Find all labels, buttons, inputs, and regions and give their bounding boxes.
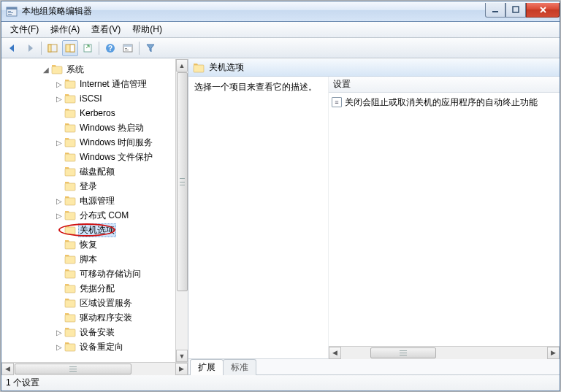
svg-rect-32 xyxy=(65,271,75,278)
svg-rect-34 xyxy=(65,300,75,307)
menu-file[interactable]: 文件(F) xyxy=(4,22,45,37)
policy-icon: ≡ xyxy=(332,97,342,107)
folder-icon xyxy=(64,196,76,206)
tree-node[interactable]: ▷分布式 COM xyxy=(1,208,188,223)
maximize-button[interactable] xyxy=(505,3,526,18)
svg-rect-24 xyxy=(65,154,75,161)
tree-node[interactable]: 可移动存储访问 xyxy=(1,266,188,281)
scroll-right-icon[interactable]: ▶ xyxy=(175,363,188,375)
expand-icon[interactable]: ▷ xyxy=(54,197,64,205)
scroll-left-icon[interactable]: ◀ xyxy=(329,347,341,359)
forward-button[interactable] xyxy=(22,40,38,56)
tree-label: Windows 文件保护 xyxy=(78,150,154,164)
menu-help[interactable]: 帮助(H) xyxy=(126,22,168,37)
tree-node[interactable]: ▷设备安装 xyxy=(1,325,188,339)
scroll-left-icon[interactable]: ◀ xyxy=(1,363,14,375)
tree-node[interactable]: ▷Windows 时间服务 xyxy=(1,135,188,150)
list-view-button[interactable] xyxy=(62,40,78,56)
tree-label: 设备安装 xyxy=(78,326,116,339)
tree-node[interactable]: ▷电源管理 xyxy=(1,193,188,208)
tree-label: 电源管理 xyxy=(78,194,116,208)
back-button[interactable] xyxy=(4,40,20,56)
tree-node-root[interactable]: ◢系统 xyxy=(1,62,188,77)
separator xyxy=(139,42,140,55)
scroll-up-icon[interactable]: ▲ xyxy=(176,59,188,72)
svg-rect-4 xyxy=(8,14,12,15)
tree-node[interactable]: 区域设置服务 xyxy=(1,296,188,310)
tree-node[interactable]: ▷iSCSI xyxy=(1,91,188,106)
menubar: 文件(F) 操作(A) 查看(V) 帮助(H) xyxy=(1,22,560,38)
tree-node[interactable]: 关机选项 xyxy=(1,223,188,237)
folder-icon xyxy=(64,181,76,191)
tree-node[interactable]: ▷设备重定向 xyxy=(1,339,188,354)
svg-rect-31 xyxy=(65,256,75,264)
separator xyxy=(41,42,42,55)
svg-rect-21 xyxy=(65,110,75,118)
folder-icon xyxy=(64,210,76,220)
tree-node[interactable]: 凭据分配 xyxy=(1,281,188,296)
tree-node[interactable]: 脚本 xyxy=(1,252,188,266)
svg-rect-15 xyxy=(123,45,132,47)
detail-body: 选择一个项目来查看它的描述。 设置 ≡关闭会阻止或取消关机的应用程序的自动终止功… xyxy=(188,77,560,358)
help-button[interactable]: ? xyxy=(102,40,118,56)
minimize-button[interactable] xyxy=(485,3,505,18)
svg-rect-5 xyxy=(492,11,498,12)
expand-icon[interactable]: ▷ xyxy=(54,80,64,88)
close-button[interactable] xyxy=(526,3,560,18)
tree-label: Windows 时间服务 xyxy=(78,136,154,150)
properties-button[interactable] xyxy=(120,40,136,56)
tree-label: 脚本 xyxy=(78,253,99,266)
folder-icon xyxy=(64,123,76,133)
tree-node[interactable]: 恢复 xyxy=(1,237,188,252)
status-text: 1 个设置 xyxy=(6,377,39,389)
tab-standard[interactable]: 标准 xyxy=(223,359,256,375)
tree-node[interactable]: Kerberos xyxy=(1,106,188,120)
svg-rect-18 xyxy=(52,66,62,74)
tree-node[interactable]: 驱动程序安装 xyxy=(1,310,188,325)
tree-label: 关机选项 xyxy=(78,223,116,237)
expand-icon[interactable]: ▷ xyxy=(54,212,64,220)
svg-rect-37 xyxy=(65,344,75,351)
filter-button[interactable] xyxy=(142,40,159,56)
expand-icon[interactable]: ▷ xyxy=(54,328,64,337)
tree-label: 分布式 COM xyxy=(78,209,130,223)
svg-rect-8 xyxy=(48,45,51,52)
window: 本地组策略编辑器 文件(F) 操作(A) 查看(V) 帮助(H) ? ◢系统▷I… xyxy=(1,1,560,391)
tree-label: Internet 通信管理 xyxy=(78,77,148,91)
titlebar[interactable]: 本地组策略编辑器 xyxy=(1,1,560,22)
folder-icon xyxy=(64,166,76,177)
tree-label: 凭据分配 xyxy=(78,282,116,296)
scroll-right-icon[interactable]: ▶ xyxy=(547,347,560,359)
tree-node[interactable]: Windows 热启动 xyxy=(1,120,188,135)
detail-title: 关机选项 xyxy=(209,61,244,74)
tree-node[interactable]: Windows 文件保护 xyxy=(1,150,188,164)
tree-label: 磁盘配额 xyxy=(78,165,116,179)
tree-hscroll[interactable]: ◀ ▶ xyxy=(1,362,188,374)
tree-node[interactable]: ▷Internet 通信管理 xyxy=(1,77,188,91)
expand-icon[interactable]: ▷ xyxy=(54,139,64,147)
folder-icon xyxy=(64,152,76,162)
expand-icon[interactable]: ▷ xyxy=(54,343,64,351)
tree-node[interactable]: 磁盘配额 xyxy=(1,164,188,179)
menu-view[interactable]: 查看(V) xyxy=(85,22,126,37)
tab-extended[interactable]: 扩展 xyxy=(190,359,224,375)
scroll-down-icon[interactable]: ▼ xyxy=(176,350,188,362)
collapse-icon[interactable]: ◢ xyxy=(41,66,51,74)
svg-rect-16 xyxy=(125,48,127,49)
tree-label: 恢复 xyxy=(78,238,99,252)
list-item[interactable]: ≡关闭会阻止或取消关机的应用程序的自动终止功能 xyxy=(332,96,560,109)
expand-icon[interactable]: ▷ xyxy=(54,95,64,103)
list-body: ≡关闭会阻止或取消关机的应用程序的自动终止功能 xyxy=(329,93,560,346)
folder-icon xyxy=(64,137,76,147)
export-button[interactable] xyxy=(80,40,96,56)
tree-vscroll[interactable]: ▲ ▼ xyxy=(175,59,188,362)
detail-hscroll[interactable]: ◀ ▶ xyxy=(329,346,560,358)
menu-action[interactable]: 操作(A) xyxy=(45,22,85,37)
show-tree-button[interactable] xyxy=(45,40,61,56)
tree: ◢系统▷Internet 通信管理▷iSCSIKerberosWindows 热… xyxy=(1,62,188,354)
svg-rect-38 xyxy=(194,65,204,72)
tree-label: 可移动存储访问 xyxy=(78,267,142,281)
column-header-setting[interactable]: 设置 xyxy=(329,77,560,93)
svg-rect-20 xyxy=(65,96,75,103)
tree-node[interactable]: 登录 xyxy=(1,179,188,193)
